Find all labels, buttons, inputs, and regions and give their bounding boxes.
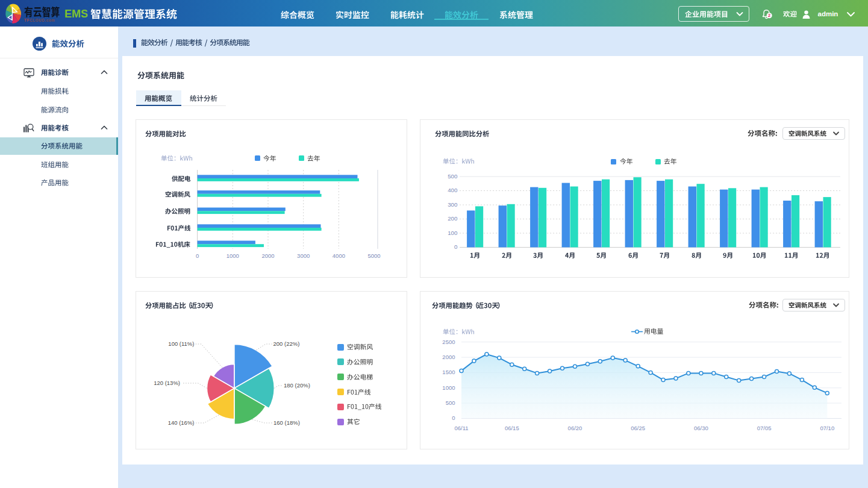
svg-text:2: 2	[768, 13, 770, 18]
